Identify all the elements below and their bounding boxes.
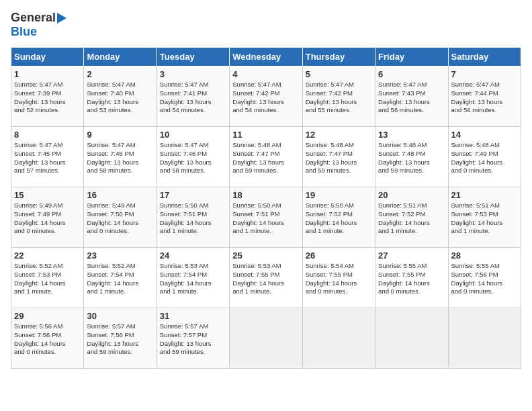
calendar-cell: 26Sunrise: 5:54 AM Sunset: 7:55 PM Dayli… <box>302 248 375 308</box>
calendar-cell: 8Sunrise: 5:47 AM Sunset: 7:45 PM Daylig… <box>11 127 84 187</box>
calendar-cell: 4Sunrise: 5:47 AM Sunset: 7:42 PM Daylig… <box>230 66 302 127</box>
day-info: Sunrise: 5:48 AM Sunset: 7:48 PM Dayligh… <box>378 141 445 175</box>
logo-arrow-icon <box>57 13 66 24</box>
day-info: Sunrise: 5:47 AM Sunset: 7:46 PM Dayligh… <box>160 141 226 175</box>
day-info: Sunrise: 5:55 AM Sunset: 7:55 PM Dayligh… <box>378 262 445 296</box>
calendar-cell: 3Sunrise: 5:47 AM Sunset: 7:41 PM Daylig… <box>157 66 229 127</box>
day-number: 29 <box>14 311 81 321</box>
calendar-cell: 14Sunrise: 5:48 AM Sunset: 7:49 PM Dayli… <box>448 127 521 187</box>
calendar-cell: 2Sunrise: 5:47 AM Sunset: 7:40 PM Daylig… <box>84 66 157 127</box>
day-info: Sunrise: 5:47 AM Sunset: 7:45 PM Dayligh… <box>87 141 153 175</box>
day-number: 3 <box>160 69 226 79</box>
calendar-week-1: 1Sunrise: 5:47 AM Sunset: 7:39 PM Daylig… <box>11 66 521 127</box>
day-info: Sunrise: 5:47 AM Sunset: 7:39 PM Dayligh… <box>14 81 81 115</box>
day-number: 28 <box>451 250 518 261</box>
day-header-wednesday: Wednesday <box>230 48 302 66</box>
calendar-cell: 15Sunrise: 5:49 AM Sunset: 7:49 PM Dayli… <box>11 187 84 248</box>
day-info: Sunrise: 5:51 AM Sunset: 7:53 PM Dayligh… <box>451 201 518 236</box>
logo-blue: Blue <box>11 25 37 39</box>
calendar-cell: 25Sunrise: 5:53 AM Sunset: 7:55 PM Dayli… <box>230 248 302 308</box>
calendar-cell: 30Sunrise: 5:57 AM Sunset: 7:56 PM Dayli… <box>84 308 157 369</box>
day-number: 5 <box>306 69 372 79</box>
day-info: Sunrise: 5:52 AM Sunset: 7:53 PM Dayligh… <box>14 262 81 296</box>
day-info: Sunrise: 5:53 AM Sunset: 7:54 PM Dayligh… <box>160 262 226 296</box>
day-info: Sunrise: 5:50 AM Sunset: 7:52 PM Dayligh… <box>306 201 372 236</box>
day-number: 26 <box>306 250 372 261</box>
day-number: 30 <box>87 311 153 321</box>
day-info: Sunrise: 5:47 AM Sunset: 7:43 PM Dayligh… <box>378 81 445 115</box>
calendar-cell <box>375 308 448 369</box>
calendar-cell: 23Sunrise: 5:52 AM Sunset: 7:54 PM Dayli… <box>84 248 157 308</box>
day-info: Sunrise: 5:57 AM Sunset: 7:56 PM Dayligh… <box>87 322 153 357</box>
day-info: Sunrise: 5:48 AM Sunset: 7:49 PM Dayligh… <box>451 141 518 175</box>
calendar-cell: 18Sunrise: 5:50 AM Sunset: 7:51 PM Dayli… <box>230 187 302 248</box>
day-info: Sunrise: 5:48 AM Sunset: 7:47 PM Dayligh… <box>306 141 372 175</box>
day-info: Sunrise: 5:50 AM Sunset: 7:51 PM Dayligh… <box>232 201 299 236</box>
day-number: 31 <box>160 311 226 321</box>
calendar-cell: 19Sunrise: 5:50 AM Sunset: 7:52 PM Dayli… <box>302 187 375 248</box>
day-info: Sunrise: 5:54 AM Sunset: 7:55 PM Dayligh… <box>306 262 372 296</box>
day-info: Sunrise: 5:47 AM Sunset: 7:44 PM Dayligh… <box>451 81 518 115</box>
day-number: 9 <box>87 130 153 140</box>
day-number: 20 <box>378 190 445 200</box>
calendar-body: 1Sunrise: 5:47 AM Sunset: 7:39 PM Daylig… <box>11 66 521 369</box>
day-number: 23 <box>87 250 153 261</box>
calendar-week-3: 15Sunrise: 5:49 AM Sunset: 7:49 PM Dayli… <box>11 187 521 248</box>
day-info: Sunrise: 5:47 AM Sunset: 7:42 PM Dayligh… <box>232 81 299 115</box>
calendar-cell: 31Sunrise: 5:57 AM Sunset: 7:57 PM Dayli… <box>157 308 229 369</box>
day-header-sunday: Sunday <box>11 48 84 66</box>
calendar-cell: 24Sunrise: 5:53 AM Sunset: 7:54 PM Dayli… <box>157 248 229 308</box>
day-number: 22 <box>14 250 81 261</box>
calendar-cell: 21Sunrise: 5:51 AM Sunset: 7:53 PM Dayli… <box>448 187 521 248</box>
day-info: Sunrise: 5:57 AM Sunset: 7:57 PM Dayligh… <box>160 322 226 357</box>
day-info: Sunrise: 5:47 AM Sunset: 7:42 PM Dayligh… <box>306 81 372 115</box>
calendar-cell: 29Sunrise: 5:56 AM Sunset: 7:56 PM Dayli… <box>11 308 84 369</box>
day-number: 18 <box>232 190 299 200</box>
calendar-week-4: 22Sunrise: 5:52 AM Sunset: 7:53 PM Dayli… <box>11 248 521 308</box>
day-number: 19 <box>306 190 372 200</box>
calendar-cell: 1Sunrise: 5:47 AM Sunset: 7:39 PM Daylig… <box>11 66 84 127</box>
calendar-cell: 11Sunrise: 5:48 AM Sunset: 7:47 PM Dayli… <box>230 127 302 187</box>
calendar-cell <box>230 308 302 369</box>
calendar-cell: 28Sunrise: 5:55 AM Sunset: 7:56 PM Dayli… <box>448 248 521 308</box>
calendar-cell: 12Sunrise: 5:48 AM Sunset: 7:47 PM Dayli… <box>302 127 375 187</box>
day-number: 1 <box>14 69 81 79</box>
calendar-cell: 27Sunrise: 5:55 AM Sunset: 7:55 PM Dayli… <box>375 248 448 308</box>
calendar-cell: 22Sunrise: 5:52 AM Sunset: 7:53 PM Dayli… <box>11 248 84 308</box>
day-info: Sunrise: 5:55 AM Sunset: 7:56 PM Dayligh… <box>451 262 518 296</box>
day-number: 14 <box>451 130 518 140</box>
day-info: Sunrise: 5:47 AM Sunset: 7:45 PM Dayligh… <box>14 141 81 175</box>
day-header-friday: Friday <box>375 48 448 66</box>
day-header-saturday: Saturday <box>448 48 521 66</box>
calendar-cell: 9Sunrise: 5:47 AM Sunset: 7:45 PM Daylig… <box>84 127 157 187</box>
day-number: 15 <box>14 190 81 200</box>
calendar-cell: 20Sunrise: 5:51 AM Sunset: 7:52 PM Dayli… <box>375 187 448 248</box>
logo-general: General <box>11 11 56 25</box>
calendar-cell: 13Sunrise: 5:48 AM Sunset: 7:48 PM Dayli… <box>375 127 448 187</box>
calendar-week-5: 29Sunrise: 5:56 AM Sunset: 7:56 PM Dayli… <box>11 308 521 369</box>
day-header-monday: Monday <box>84 48 157 66</box>
day-number: 8 <box>14 130 81 140</box>
day-header-tuesday: Tuesday <box>157 48 229 66</box>
day-number: 25 <box>232 250 299 261</box>
calendar-cell: 10Sunrise: 5:47 AM Sunset: 7:46 PM Dayli… <box>157 127 229 187</box>
calendar-cell: 16Sunrise: 5:49 AM Sunset: 7:50 PM Dayli… <box>84 187 157 248</box>
calendar-header-row: SundayMondayTuesdayWednesdayThursdayFrid… <box>11 48 521 66</box>
day-info: Sunrise: 5:47 AM Sunset: 7:40 PM Dayligh… <box>87 81 153 115</box>
day-number: 21 <box>451 190 518 200</box>
day-number: 27 <box>378 250 445 261</box>
day-number: 16 <box>87 190 153 200</box>
day-info: Sunrise: 5:47 AM Sunset: 7:41 PM Dayligh… <box>160 81 226 115</box>
calendar-cell: 5Sunrise: 5:47 AM Sunset: 7:42 PM Daylig… <box>302 66 375 127</box>
day-number: 6 <box>378 69 445 79</box>
day-info: Sunrise: 5:53 AM Sunset: 7:55 PM Dayligh… <box>232 262 299 296</box>
logo: General Blue <box>11 11 66 39</box>
day-number: 12 <box>306 130 372 140</box>
day-info: Sunrise: 5:49 AM Sunset: 7:49 PM Dayligh… <box>14 201 81 236</box>
calendar-week-2: 8Sunrise: 5:47 AM Sunset: 7:45 PM Daylig… <box>11 127 521 187</box>
day-info: Sunrise: 5:50 AM Sunset: 7:51 PM Dayligh… <box>160 201 226 236</box>
day-number: 17 <box>160 190 226 200</box>
day-info: Sunrise: 5:56 AM Sunset: 7:56 PM Dayligh… <box>14 322 81 357</box>
day-info: Sunrise: 5:49 AM Sunset: 7:50 PM Dayligh… <box>87 201 153 236</box>
day-info: Sunrise: 5:51 AM Sunset: 7:52 PM Dayligh… <box>378 201 445 236</box>
